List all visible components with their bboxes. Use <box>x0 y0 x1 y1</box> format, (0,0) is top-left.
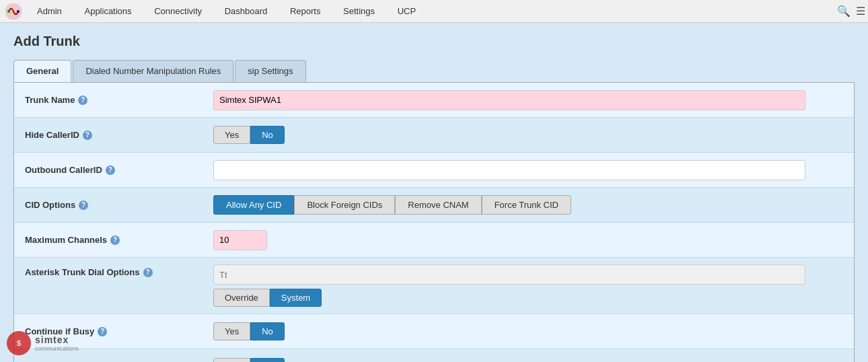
brand-logo: S <box>7 331 31 355</box>
nav-ucp[interactable]: UCP <box>388 1 426 21</box>
hide-callerid-help-icon[interactable]: ? <box>83 131 92 140</box>
nav-applications[interactable]: Applications <box>74 1 141 21</box>
system-button[interactable]: System <box>270 289 322 307</box>
brand-text: simtex communications <box>35 334 79 352</box>
maximum-channels-input[interactable] <box>213 230 267 250</box>
nav-connectivity[interactable]: Connectivity <box>144 1 212 21</box>
svg-point-2 <box>17 9 20 12</box>
nav-admin[interactable]: Admin <box>27 1 72 21</box>
cid-options-toggle: Allow Any CID Block Foreign CIDs Remove … <box>213 195 571 215</box>
trunk-name-row: Trunk Name ? <box>14 83 854 118</box>
dial-options-value: Override System <box>213 264 843 307</box>
nav-dashboard[interactable]: Dashboard <box>215 1 278 21</box>
tab-sip-settings[interactable]: sip Settings <box>235 60 305 82</box>
hide-callerid-no[interactable]: No <box>250 126 285 144</box>
hide-callerid-toggle: Yes No <box>213 126 285 144</box>
cid-allow-any[interactable]: Allow Any CID <box>213 195 294 215</box>
top-navigation: Admin Applications Connectivity Dashboar… <box>0 0 868 23</box>
dial-options-label: Asterisk Trunk Dial Options ? <box>25 264 213 277</box>
dial-options-input[interactable] <box>213 264 805 285</box>
page-content: Add Trunk General Dialed Number Manipula… <box>0 23 868 362</box>
trunk-name-value <box>213 90 843 110</box>
maximum-channels-value <box>213 230 843 250</box>
search-button[interactable]: 🔍 <box>837 5 851 17</box>
continue-if-busy-toggle: Yes No <box>213 322 285 340</box>
trunk-name-input[interactable] <box>213 90 805 110</box>
nav-search-area: 🔍 ☰ <box>837 5 865 17</box>
cid-options-label: CID Options ? <box>25 200 213 210</box>
maximum-channels-label: Maximum Channels ? <box>25 235 213 245</box>
menu-button[interactable]: ☰ <box>856 5 865 17</box>
cid-options-row: CID Options ? Allow Any CID Block Foreig… <box>14 188 854 223</box>
hide-callerid-yes[interactable]: Yes <box>213 126 250 144</box>
hide-callerid-row: Hide CallerID ? Yes No <box>14 118 854 153</box>
disable-trunk-yes[interactable]: Yes <box>213 358 250 363</box>
tab-dnmr[interactable]: Dialed Number Manipulation Rules <box>73 60 233 82</box>
cid-remove-cnam[interactable]: Remove CNAM <box>395 195 481 215</box>
continue-if-busy-no[interactable]: No <box>250 322 285 340</box>
nav-settings[interactable]: Settings <box>333 1 385 21</box>
continue-if-busy-row: Continue if Busy ? Yes No <box>14 314 854 349</box>
outbound-callerid-help-icon[interactable]: ? <box>106 166 115 175</box>
tab-general[interactable]: General <box>13 60 71 82</box>
form-container: Trunk Name ? Hide CallerID ? Yes No <box>13 82 855 362</box>
cid-options-value: Allow Any CID Block Foreign CIDs Remove … <box>213 195 843 215</box>
disable-trunk-value: Yes No <box>213 358 843 363</box>
outbound-callerid-value <box>213 160 843 180</box>
branding: S simtex communications <box>7 331 79 355</box>
continue-if-busy-value: Yes No <box>213 322 843 340</box>
cid-options-help-icon[interactable]: ? <box>79 201 88 210</box>
svg-point-1 <box>7 9 10 12</box>
outbound-callerid-input[interactable] <box>213 160 805 180</box>
continue-if-busy-yes[interactable]: Yes <box>213 322 250 340</box>
override-system-toggle: Override System <box>213 289 805 307</box>
disable-trunk-toggle: Yes No <box>213 358 285 363</box>
hide-callerid-value: Yes No <box>213 126 843 144</box>
dial-options-row: Asterisk Trunk Dial Options ? Override S… <box>14 258 854 314</box>
trunk-name-label: Trunk Name ? <box>25 95 213 105</box>
trunk-name-help-icon[interactable]: ? <box>78 96 87 105</box>
disable-trunk-row: Disable Trunk ? Yes No <box>14 349 854 362</box>
disable-trunk-no[interactable]: No <box>250 358 285 363</box>
override-button[interactable]: Override <box>213 289 270 307</box>
tabs-container: General Dialed Number Manipulation Rules… <box>13 60 855 82</box>
cid-block-foreign[interactable]: Block Foreign CIDs <box>294 195 395 215</box>
continue-if-busy-help-icon[interactable]: ? <box>98 327 107 336</box>
hide-callerid-label: Hide CallerID ? <box>25 130 213 140</box>
logo <box>3 1 24 22</box>
maximum-channels-row: Maximum Channels ? <box>14 223 854 258</box>
cid-force-trunk[interactable]: Force Trunk CID <box>482 195 571 215</box>
nav-menu: Admin Applications Connectivity Dashboar… <box>27 1 426 21</box>
dial-options-help-icon[interactable]: ? <box>143 268 153 277</box>
maximum-channels-help-icon[interactable]: ? <box>110 236 120 245</box>
page-title: Add Trunk <box>13 34 855 49</box>
dial-options-col: Override System <box>213 264 805 307</box>
outbound-callerid-label: Outbound CallerID ? <box>25 165 213 175</box>
outbound-callerid-row: Outbound CallerID ? <box>14 153 854 188</box>
nav-reports[interactable]: Reports <box>280 1 331 21</box>
